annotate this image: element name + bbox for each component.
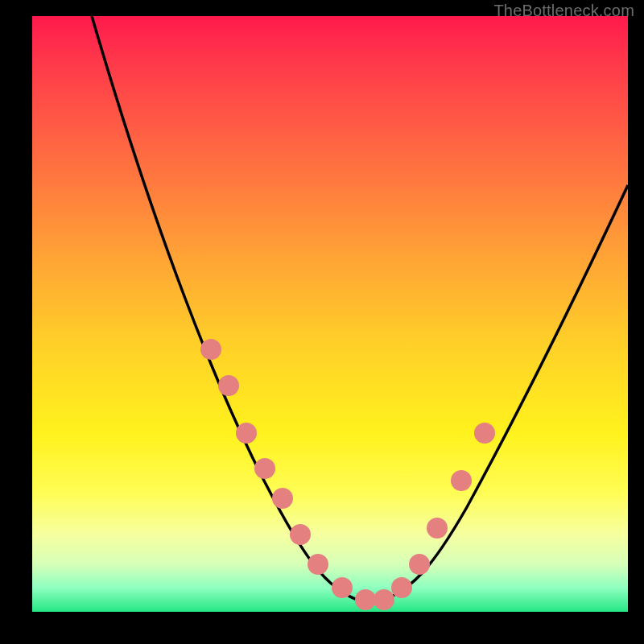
- data-marker: [290, 524, 311, 545]
- data-marker: [218, 375, 239, 396]
- data-marker: [427, 518, 448, 539]
- data-marker: [451, 470, 472, 491]
- data-marker: [308, 554, 328, 575]
- data-marker: [272, 488, 293, 509]
- data-marker: [254, 458, 275, 479]
- data-marker: [332, 577, 353, 598]
- data-marker: [391, 577, 412, 598]
- data-marker: [474, 423, 495, 444]
- chart-stage: TheBottleneck.com: [0, 0, 644, 644]
- data-marker: [200, 339, 221, 360]
- data-marker: [236, 423, 257, 444]
- data-marker: [409, 554, 430, 575]
- bottleneck-curve: [32, 16, 628, 612]
- data-marker: [374, 589, 394, 610]
- curve-path: [92, 16, 628, 604]
- plot-area: [32, 16, 628, 612]
